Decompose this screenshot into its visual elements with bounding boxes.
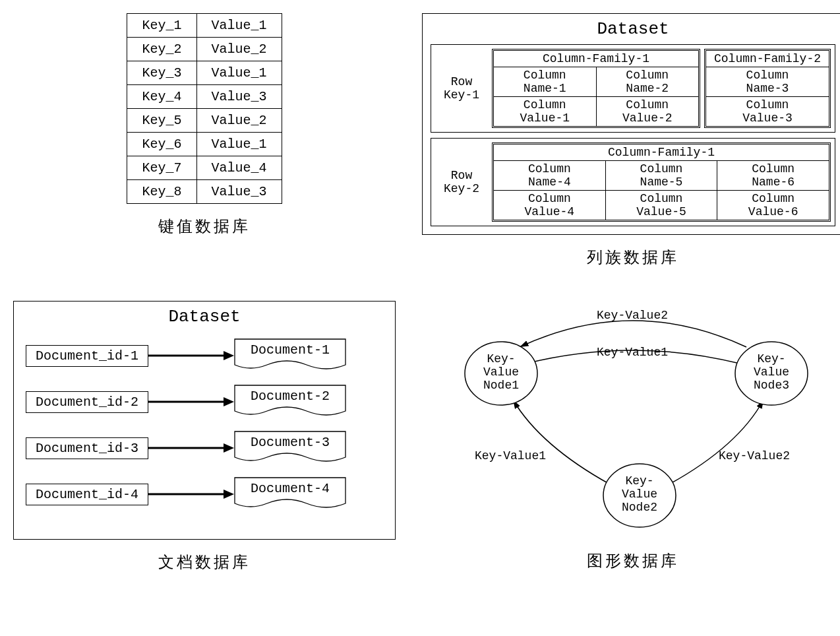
columnfamily-row: Row Key-1 Column-Family-1 Column Name-1 … [431, 44, 835, 133]
column-value: Column Value-4 [494, 191, 605, 220]
document-title: Dataset [26, 307, 383, 327]
table-row: Key_3Value_1 [127, 61, 282, 85]
graph-edge [669, 400, 764, 484]
table-row: Key_1Value_1 [127, 14, 282, 38]
columnfamily-quadrant: Dataset Row Key-1 Column-Family-1 Column… [422, 13, 840, 268]
kv-key: Key_7 [127, 156, 196, 180]
document-row: Document_id-4 Document-4 [26, 477, 383, 511]
column-family: Column-Family-1 Column Name-1 Column Nam… [492, 49, 700, 128]
column-name: Column Name-1 [494, 67, 596, 96]
table-row: Key_8Value_3 [127, 180, 282, 204]
document-page: Document-2 [234, 385, 346, 419]
column-family-name: Column-Family-2 [706, 51, 829, 67]
column-name: Column Name-2 [596, 67, 699, 96]
document-label: Document-4 [234, 477, 346, 511]
table-row: Key_7Value_4 [127, 156, 282, 180]
column-name: Column Name-5 [605, 161, 717, 190]
document-page: Document-3 [234, 431, 346, 465]
columnfamily-caption: 列族数据库 [587, 247, 679, 268]
arrow-icon [148, 441, 234, 455]
arrow-icon [148, 348, 234, 363]
columnfamily-dataset: Dataset Row Key-1 Column-Family-1 Column… [422, 13, 840, 235]
svg-marker-1 [224, 351, 234, 360]
column-name: Column Name-4 [494, 161, 605, 190]
column-family: Column-Family-1 Column Name-4 Column Nam… [492, 143, 831, 222]
graph-edge-label: Key-Value1 [597, 346, 668, 359]
graph-edge [520, 321, 746, 347]
kv-key: Key_8 [127, 180, 196, 204]
document-page: Document-4 [234, 477, 346, 511]
graph-edge-label: Key-Value2 [597, 309, 668, 322]
document-label: Document-3 [234, 431, 346, 465]
graph-quadrant: Key- Value Node1 Key- Value Node3 Key- V… [422, 301, 840, 573]
graph-node-label: Key- Value Node1 [465, 352, 537, 392]
document-label: Document-2 [234, 385, 346, 419]
column-name: Column Name-3 [706, 67, 829, 96]
graph-caption: 图形数据库 [587, 550, 679, 571]
graph-edge [513, 400, 610, 484]
column-value: Column Value-5 [605, 191, 717, 220]
document-page: Document-1 [234, 338, 346, 373]
document-label: Document-1 [234, 338, 346, 373]
graph-edge-label: Key-Value2 [719, 449, 790, 462]
column-name: Column Name-6 [717, 161, 829, 190]
document-row: Document_id-3 Document-3 [26, 431, 383, 465]
column-value: Column Value-2 [596, 97, 699, 126]
document-id: Document_id-1 [26, 345, 148, 367]
graph-node-label: Key- Value Node3 [735, 352, 808, 392]
svg-marker-7 [224, 490, 234, 499]
document-id: Document_id-3 [26, 437, 148, 459]
columnfamily-row: Row Key-2 Column-Family-1 Column Name-4 … [431, 138, 835, 226]
svg-marker-5 [224, 443, 234, 453]
keyvalue-quadrant: Key_1Value_1 Key_2Value_2 Key_3Value_1 K… [13, 13, 396, 268]
arrow-icon [148, 395, 234, 409]
document-row: Document_id-2 Document-2 [26, 385, 383, 419]
arrow-icon [148, 487, 234, 501]
kv-value: Value_2 [196, 109, 282, 133]
kv-key: Key_3 [127, 61, 196, 85]
column-family-name: Column-Family-1 [494, 51, 698, 67]
document-id: Document_id-4 [26, 484, 148, 505]
document-row: Document_id-1 Document-1 [26, 338, 383, 373]
table-row: Key_2Value_2 [127, 38, 282, 61]
graph-edge-label: Key-Value1 [475, 449, 546, 462]
document-dataset: Dataset Document_id-1 Document-1 Documen… [13, 301, 396, 540]
document-id: Document_id-2 [26, 391, 148, 413]
graph-node-label: Key- Value Node2 [603, 474, 676, 514]
row-key: Row Key-2 [435, 143, 488, 222]
table-row: Key_6Value_1 [127, 133, 282, 156]
column-value: Column Value-6 [717, 191, 829, 220]
kv-key: Key_6 [127, 133, 196, 156]
document-caption: 文档数据库 [158, 552, 251, 573]
kv-value: Value_1 [196, 14, 282, 38]
table-row: Key_5Value_2 [127, 109, 282, 133]
column-value: Column Value-3 [706, 97, 829, 126]
keyvalue-caption: 键值数据库 [158, 216, 251, 237]
row-key: Row Key-1 [435, 49, 488, 128]
kv-key: Key_5 [127, 109, 196, 133]
kv-value: Value_2 [196, 38, 282, 61]
column-family: Column-Family-2 Column Name-3 Column Val… [704, 49, 831, 128]
kv-key: Key_1 [127, 14, 196, 38]
kv-value: Value_1 [196, 61, 282, 85]
column-family-name: Column-Family-1 [494, 144, 829, 160]
columnfamily-title: Dataset [431, 19, 835, 39]
keyvalue-table: Key_1Value_1 Key_2Value_2 Key_3Value_1 K… [127, 13, 282, 204]
kv-value: Value_3 [196, 85, 282, 109]
graph-canvas: Key- Value Node1 Key- Value Node3 Key- V… [435, 301, 831, 538]
table-row: Key_4Value_3 [127, 85, 282, 109]
kv-key: Key_4 [127, 85, 196, 109]
svg-marker-3 [224, 397, 234, 406]
document-quadrant: Dataset Document_id-1 Document-1 Documen… [13, 301, 396, 573]
kv-key: Key_2 [127, 38, 196, 61]
kv-value: Value_1 [196, 133, 282, 156]
kv-value: Value_3 [196, 180, 282, 204]
column-value: Column Value-1 [494, 97, 596, 126]
kv-value: Value_4 [196, 156, 282, 180]
